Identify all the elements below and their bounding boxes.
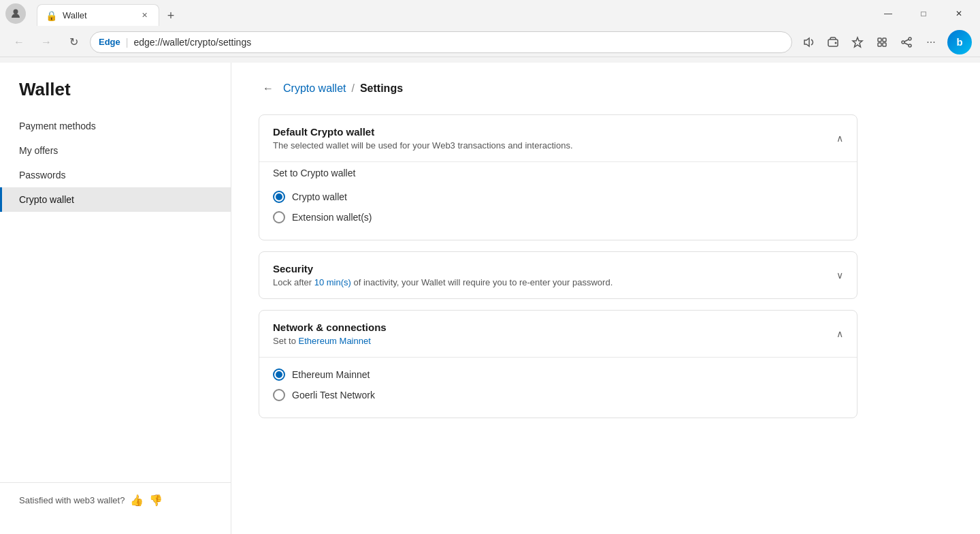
security-section: Security Lock after 10 min(s) of inactiv… (259, 251, 858, 299)
network-link[interactable]: Ethereum Mainnet (299, 336, 371, 346)
network-connections-section: Network & connections Set to Ethereum Ma… (259, 310, 858, 418)
svg-line-12 (904, 43, 909, 45)
network-radio-group: Ethereum Mainnet Goerli Test Network (273, 363, 843, 407)
crypto-wallet-radio-item[interactable]: Crypto wallet (273, 191, 843, 203)
crypto-wallet-radio-label: Crypto wallet (292, 191, 347, 202)
breadcrumb-back-button[interactable]: ← (259, 79, 278, 98)
chevron-down-icon: ∨ (836, 270, 843, 281)
extension-wallets-radio-label: Extension wallet(s) (292, 212, 372, 223)
tab-icon: 🔒 (46, 10, 57, 21)
security-link[interactable]: 10 min(s) (314, 277, 351, 287)
section-subtitle: Lock after 10 min(s) of inactivity, your… (273, 277, 612, 287)
section-title: Network & connections (273, 321, 387, 333)
nav-bar: ← → ↻ Edge | edge://wallet/crypto/settin… (0, 27, 980, 57)
section-title-group: Security Lock after 10 min(s) of inactiv… (273, 263, 612, 287)
svg-rect-4 (878, 38, 881, 42)
default-crypto-wallet-section: Default Crypto wallet The selected walle… (259, 114, 858, 240)
sidebar: Wallet Payment methods My offers Passwor… (0, 63, 231, 534)
url-text: edge://wallet/crypto/settings (133, 37, 783, 48)
radio-group-label: Set to Crypto wallet (273, 168, 843, 178)
breadcrumb-parent-link[interactable]: Crypto wallet (283, 82, 346, 95)
svg-point-10 (909, 44, 911, 47)
maximize-button[interactable]: □ (908, 3, 939, 25)
section-subtitle-text: The selected wallet will be used for you… (273, 140, 573, 151)
crypto-wallet-radio-group: Crypto wallet Extension wallet(s) (273, 185, 843, 229)
sidebar-item-label: Crypto wallet (19, 194, 74, 205)
main-inner: ← Crypto wallet / Settings Default Crypt… (231, 63, 885, 445)
forward-button[interactable]: → (35, 31, 57, 53)
section-title-group: Default Crypto wallet The selected walle… (273, 126, 573, 151)
crypto-wallet-radio-input[interactable] (273, 191, 285, 203)
svg-rect-5 (883, 38, 886, 42)
tab-title: Wallet (63, 10, 133, 20)
minimize-button[interactable]: — (872, 3, 904, 25)
collections-button[interactable] (871, 31, 893, 53)
svg-marker-3 (853, 37, 862, 47)
close-button[interactable]: ✕ (943, 3, 975, 25)
security-header[interactable]: Security Lock after 10 min(s) of inactiv… (259, 252, 857, 298)
goerli-test-network-radio-input[interactable] (273, 389, 285, 401)
security-subtitle-prefix: Lock after (273, 277, 314, 287)
back-button[interactable]: ← (8, 31, 30, 53)
more-button[interactable]: ··· (920, 31, 942, 53)
sidebar-item-passwords[interactable]: Passwords (0, 163, 231, 187)
sidebar-title: Wallet (0, 79, 231, 114)
goerli-test-network-radio-label: Goerli Test Network (292, 390, 375, 400)
profile-button[interactable] (5, 3, 26, 24)
svg-rect-6 (878, 43, 881, 46)
extension-wallets-radio-input[interactable] (273, 211, 285, 223)
breadcrumb: ← Crypto wallet / Settings (259, 79, 858, 98)
sidebar-item-crypto-wallet[interactable]: Crypto wallet (0, 187, 231, 212)
section-title: Security (273, 263, 612, 274)
chevron-up-icon: ∧ (836, 328, 843, 339)
svg-point-0 (14, 10, 18, 14)
refresh-button[interactable]: ↻ (63, 31, 84, 53)
wallet-toolbar-button[interactable] (822, 31, 844, 53)
active-tab[interactable]: 🔒 Wallet ✕ (37, 4, 159, 26)
share-button[interactable] (896, 31, 917, 53)
main-content: ← Crypto wallet / Settings Default Crypt… (231, 63, 980, 534)
network-subtitle-prefix: Set to (273, 336, 299, 346)
page: Wallet Payment methods My offers Passwor… (0, 63, 980, 534)
default-crypto-wallet-content: Set to Crypto wallet Crypto wallet Exten… (259, 161, 857, 240)
bing-button[interactable]: b (947, 30, 972, 54)
section-subtitle: The selected wallet will be used for you… (273, 140, 573, 151)
new-tab-button[interactable]: + (161, 5, 181, 26)
sidebar-item-payment-methods[interactable]: Payment methods (0, 114, 231, 138)
sidebar-item-label: My offers (19, 145, 58, 156)
section-title-group: Network & connections Set to Ethereum Ma… (273, 321, 387, 346)
svg-point-9 (902, 41, 904, 44)
nav-action-buttons: ··· (798, 31, 942, 53)
sidebar-footer: Satisfied with web3 wallet? 👍 👎 (0, 482, 231, 518)
address-separator: | (126, 37, 129, 48)
svg-rect-7 (883, 43, 886, 46)
thumbup-icon[interactable]: 👍 (130, 494, 144, 507)
ethereum-mainnet-radio-item[interactable]: Ethereum Mainnet (273, 368, 843, 381)
chevron-up-icon: ∧ (836, 133, 843, 144)
title-bar: 🔒 Wallet ✕ + — □ ✕ (0, 0, 980, 27)
feedback-text: Satisfied with web3 wallet? (19, 495, 125, 505)
address-bar[interactable]: Edge | edge://wallet/crypto/settings (90, 31, 792, 53)
favorites-button[interactable] (847, 31, 868, 53)
tab-bar: 🔒 Wallet ✕ + (31, 1, 186, 26)
breadcrumb-current: Settings (360, 82, 403, 95)
thumbdown-icon[interactable]: 👎 (149, 494, 163, 507)
extension-wallets-radio-item[interactable]: Extension wallet(s) (273, 211, 843, 223)
section-subtitle: Set to Ethereum Mainnet (273, 336, 387, 346)
read-aloud-button[interactable] (798, 31, 819, 53)
svg-point-8 (909, 37, 911, 40)
sidebar-item-my-offers[interactable]: My offers (0, 138, 231, 163)
network-connections-content: Ethereum Mainnet Goerli Test Network (259, 357, 857, 418)
svg-line-11 (904, 40, 909, 42)
goerli-test-network-radio-item[interactable]: Goerli Test Network (273, 389, 843, 401)
ethereum-mainnet-radio-label: Ethereum Mainnet (292, 369, 370, 380)
network-connections-header[interactable]: Network & connections Set to Ethereum Ma… (259, 311, 857, 357)
sidebar-item-label: Payment methods (19, 121, 96, 131)
ethereum-mainnet-radio-input[interactable] (273, 368, 285, 381)
sidebar-item-label: Passwords (19, 170, 65, 180)
default-crypto-wallet-header[interactable]: Default Crypto wallet The selected walle… (259, 115, 857, 161)
breadcrumb-separator: / (351, 82, 354, 95)
window-controls: — □ ✕ (872, 3, 975, 25)
tab-close-button[interactable]: ✕ (138, 10, 150, 22)
svg-point-2 (835, 42, 837, 44)
